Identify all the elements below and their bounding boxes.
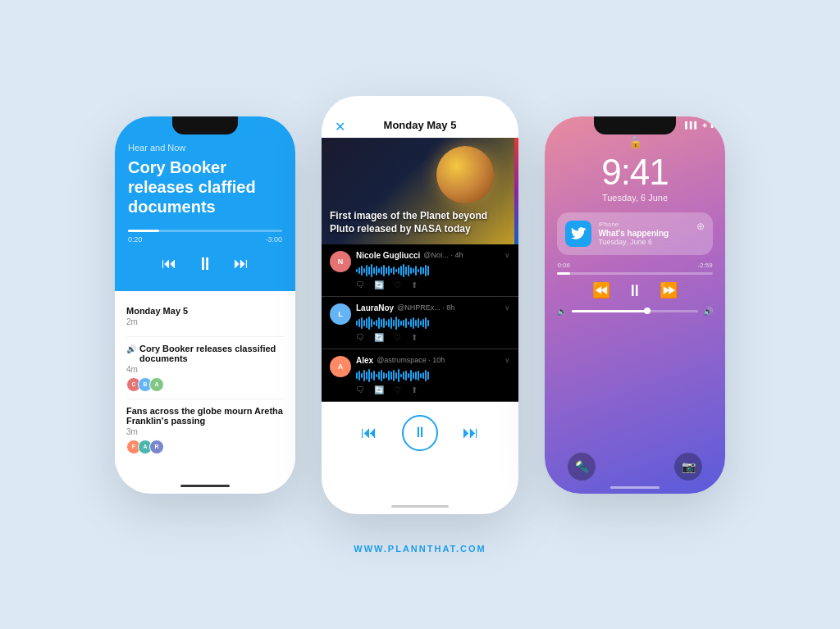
notch-1 (172, 116, 238, 134)
wifi-icon: ◈ (702, 121, 707, 129)
notif-app-name: iPhone (598, 221, 689, 228)
list-item-3-avatars: F A R (126, 440, 284, 454)
camera-button[interactable]: 📷 (674, 453, 702, 481)
airplay-icon[interactable]: ⊕ (696, 221, 705, 232)
tweet-2-name-row: LauraNoy @NHPREx... · 8h ∨ (356, 303, 510, 312)
close-button[interactable]: ✕ (335, 119, 345, 134)
tweet-3-actions: 🗨 🔄 ♡ ⬆ (356, 385, 510, 394)
lock-screen: ▌▌▌ ◈ ▮ 🔒 9:41 Tuesday, 6 June iPhone Wh… (545, 116, 725, 494)
tweet-3-retweet-icon[interactable]: 🔄 (374, 385, 384, 394)
tweet-2-comment-icon[interactable]: 🗨 (356, 333, 364, 342)
lock-icon: 🔒 (628, 135, 642, 148)
tweet-1-retweet-icon[interactable]: 🔄 (374, 280, 384, 289)
tweet-2[interactable]: L LauraNoy @NHPREx... · 8h ∨ 🗨 🔄 ♡ ⬆ (322, 297, 518, 349)
phone3-date: Tuesday, 6 June (602, 193, 668, 203)
player-progress-bar[interactable] (557, 272, 712, 275)
tweet-2-actions: 🗨 🔄 ♡ ⬆ (356, 333, 510, 342)
story-caption: First images of the Planet beyond Pluto … (322, 202, 518, 244)
tweet-1-comment-icon[interactable]: 🗨 (356, 280, 364, 289)
tweet-3[interactable]: A Alex @astrumspace · 10h ∨ 🗨 🔄 ♡ ⬆ (322, 349, 518, 402)
home-bar-2 (391, 505, 449, 508)
footer-url: WWW.PLANNTHAT.COM (354, 544, 486, 554)
time-current: 0:20 (128, 235, 143, 244)
next-button[interactable]: ⏭ (234, 255, 249, 272)
tweet-1[interactable]: N Nicole Gugliucci @NoI... · 4h ∨ 🗨 🔄 ♡ (322, 244, 518, 297)
list-item-1-time: 2m (126, 317, 284, 326)
tweet-1-actions: 🗨 🔄 ♡ ⬆ (356, 280, 510, 289)
player-controls: ⏮ ⏸ ⏭ (128, 253, 282, 278)
tweet-1-waveform (356, 263, 510, 278)
volume-min-icon: 🔈 (557, 307, 567, 316)
camera-icon: 📷 (682, 460, 696, 473)
tweet-3-waveform (356, 368, 510, 383)
tweet-3-comment-icon[interactable]: 🗨 (356, 385, 364, 394)
time-row: 0:20 -3:00 (128, 235, 282, 244)
story-bar (514, 138, 518, 244)
volume-bar[interactable] (572, 310, 697, 312)
phone2-date: Monday May 5 (384, 119, 457, 131)
phone2-prev-button[interactable]: ⏮ (361, 423, 377, 442)
tweet-1-share-icon[interactable]: ⬆ (411, 280, 418, 289)
tweet-2-expand[interactable]: ∨ (504, 303, 510, 312)
phone3-play-button[interactable]: ⏸ (627, 281, 643, 300)
hear-now-label: Hear and Now (128, 143, 282, 153)
volume-fill (572, 310, 647, 312)
tweet-2-handle: @NHPREx... · 8h (397, 303, 454, 312)
tweet-3-name-row: Alex @astrumspace · 10h ∨ (356, 356, 510, 365)
phone-2: ✕ Monday May 5 First images of the Plane… (322, 96, 518, 514)
progress-bar[interactable] (128, 230, 282, 232)
list-item-2-title: 🔊 Cory Booker releases classified docume… (126, 344, 284, 363)
tweet-3-expand[interactable]: ∨ (504, 356, 510, 364)
phone1-header: Hear and Now Cory Booker releases claffi… (115, 116, 295, 291)
list-item-3[interactable]: Fans across the globe mourn Aretha Frank… (126, 399, 284, 461)
speaker-icon: 🔊 (126, 344, 136, 353)
tweet-2-retweet-icon[interactable]: 🔄 (374, 333, 384, 342)
battery-icon: ▮ (710, 121, 714, 129)
time-total: -3:00 (265, 235, 282, 244)
flashlight-button[interactable]: 🔦 (568, 453, 596, 481)
signal-icon: ▌▌▌ (685, 121, 699, 129)
phone2-play-button[interactable]: ⏸ (402, 415, 438, 451)
list-item-2-time: 4m (126, 365, 284, 374)
prev-button[interactable]: ⏮ (162, 255, 176, 272)
tweet-2-content: LauraNoy @NHPREx... · 8h ∨ 🗨 🔄 ♡ ⬆ (356, 303, 510, 342)
tweet-3-share-icon[interactable]: ⬆ (411, 385, 418, 394)
phone1-headline: Cory Booker releases claffied documents (128, 157, 282, 217)
phone2-next-button[interactable]: ⏭ (463, 423, 479, 442)
avatar-6: R (149, 440, 164, 454)
tweet-3-avatar: A (330, 356, 351, 377)
tweet-1-name-row: Nicole Gugliucci @NoI... · 4h ∨ (356, 251, 510, 260)
status-right: ▌▌▌ ◈ ▮ (685, 121, 714, 129)
list-item-1-title: Monday May 5 (126, 306, 284, 316)
list-item-3-title: Fans across the globe mourn Aretha Frank… (126, 406, 284, 426)
notification-text: iPhone What's happening Tuesday, June 6 (598, 221, 689, 246)
volume-max-icon: 🔊 (703, 307, 713, 316)
phone3-forward-button[interactable]: ⏩ (660, 281, 678, 299)
tweet-3-like-icon[interactable]: ♡ (394, 385, 401, 394)
player-time-total: -2:59 (697, 262, 712, 269)
notification-card[interactable]: iPhone What's happening Tuesday, June 6 … (557, 212, 712, 255)
phone3-rewind-button[interactable]: ⏪ (592, 281, 610, 299)
phone1-list: Monday May 5 2m 🔊 Cory Booker releases c… (115, 291, 295, 469)
list-item-2-avatars: C B A (126, 377, 284, 392)
play-pause-button[interactable]: ⏸ (196, 253, 214, 275)
tweet-1-expand[interactable]: ∨ (504, 251, 510, 259)
player-time-current: 0:06 (557, 262, 570, 269)
tweet-3-content: Alex @astrumspace · 10h ∨ 🗨 🔄 ♡ ⬆ (356, 356, 510, 394)
tweet-1-like-icon[interactable]: ♡ (394, 280, 401, 289)
twitter-app-icon (565, 221, 591, 247)
home-bar-1 (180, 485, 230, 487)
progress-fill (128, 230, 159, 232)
tweet-1-avatar: N (330, 251, 351, 272)
tweet-2-like-icon[interactable]: ♡ (394, 333, 401, 342)
tweet-1-handle: @NoI... · 4h (423, 251, 463, 259)
tweet-2-share-icon[interactable]: ⬆ (411, 333, 418, 342)
planet-circle (436, 146, 494, 203)
list-item-1[interactable]: Monday May 5 2m (126, 299, 284, 337)
phone3-time: 9:41 (601, 152, 669, 193)
tweet-3-name: Alex (356, 356, 373, 365)
notch-3 (594, 116, 676, 134)
list-item-2[interactable]: 🔊 Cory Booker releases classified docume… (126, 337, 284, 399)
list-item-3-time: 3m (126, 427, 284, 436)
avatar-3: A (149, 377, 164, 392)
